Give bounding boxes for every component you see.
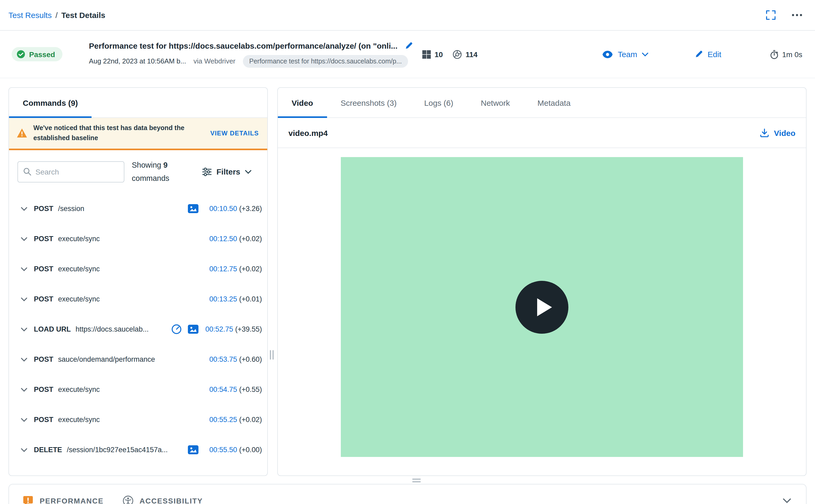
command-delta: (+39.55): [235, 326, 262, 333]
test-title: Performance test for https://docs.saucel…: [89, 41, 397, 50]
chevron-down-icon[interactable]: [21, 237, 28, 241]
chevron-down-icon[interactable]: [21, 327, 28, 332]
chevron-down-icon[interactable]: [21, 267, 28, 271]
eye-icon: [603, 51, 613, 58]
accessibility-icon: [122, 496, 133, 504]
command-method: POST: [34, 205, 53, 213]
tab-logs-6[interactable]: Logs (6): [411, 88, 467, 117]
tab-video[interactable]: Video: [278, 88, 327, 117]
video-file-name: video.mp4: [288, 128, 327, 137]
command-row[interactable]: DELETE /session/1bc927ee15ac4157a... 00:…: [9, 435, 267, 465]
showing-count: Showing 9 commands: [132, 158, 169, 185]
filters-button[interactable]: Filters: [202, 167, 251, 176]
accessibility-section-button[interactable]: ACCESSIBILITY: [122, 496, 203, 504]
detail-tabs: Video Screenshots (3) Logs (6) Network M…: [278, 88, 806, 118]
chevron-down-icon[interactable]: [21, 207, 28, 211]
tab-label: Network: [481, 98, 510, 107]
command-row[interactable]: LOAD URL https://docs.saucelab... 00:52.…: [9, 314, 267, 345]
tab-label: Metadata: [538, 98, 571, 107]
performance-section-button[interactable]: PERFORMANCE: [23, 496, 103, 504]
command-row[interactable]: POST sauce/ondemand/performance 00:53.75…: [9, 345, 267, 375]
bottom-resize-handle[interactable]: [412, 479, 421, 482]
screenshot-icon[interactable]: [188, 446, 198, 455]
view-details-link[interactable]: VIEW DETAILS: [210, 130, 259, 137]
performance-label: PERFORMANCE: [40, 497, 103, 504]
command-row[interactable]: POST execute/sync 00:12.50 (+0.02): [9, 224, 267, 254]
page: Test Results / Test Details Passed Perfo…: [0, 0, 815, 504]
commands-tabbar: Commands (9): [9, 88, 267, 118]
test-date: Aug 22nd, 2023 at 10:56AM b...: [89, 57, 186, 65]
showing-suffix: commands: [132, 174, 169, 182]
command-path: sauce/ondemand/performance: [58, 356, 155, 364]
search-box[interactable]: [17, 161, 124, 182]
chevron-down-icon[interactable]: [21, 358, 28, 362]
command-path: /session: [58, 205, 84, 213]
command-timestamp: 00:53.75 (+0.60): [205, 356, 262, 364]
tab-label: Logs (6): [424, 98, 453, 107]
command-time: 00:52.75: [205, 326, 233, 333]
environment-group: 10 114: [422, 49, 477, 59]
warning-text: We've noticed that this test has data be…: [33, 123, 208, 143]
command-timestamp: 00:12.75 (+0.02): [205, 265, 262, 273]
screenshot-icon[interactable]: [188, 325, 198, 334]
tab-network[interactable]: Network: [467, 88, 524, 117]
panel-resize-handle[interactable]: [270, 350, 273, 360]
pencil-icon: [695, 50, 703, 58]
command-row[interactable]: POST execute/sync 00:54.75 (+0.55): [9, 375, 267, 405]
collapse-chevron-icon[interactable]: [783, 498, 791, 503]
command-delta: (+0.02): [239, 235, 262, 243]
command-row[interactable]: POST execute/sync 00:12.75 (+0.02): [9, 254, 267, 284]
browser-version-label: 114: [466, 50, 477, 58]
video-player[interactable]: [341, 157, 743, 457]
command-time: 00:54.75: [209, 386, 237, 394]
play-button[interactable]: [516, 281, 568, 333]
warning-triangle-icon: [17, 129, 27, 138]
download-video-button[interactable]: Video: [760, 128, 795, 137]
command-path: https://docs.saucelab...: [76, 326, 149, 333]
download-label: Video: [774, 128, 795, 137]
breadcrumb-separator: /: [55, 11, 57, 20]
command-row[interactable]: POST /session 00:10.50 (+3.26): [9, 194, 267, 224]
tab-screenshots-3[interactable]: Screenshots (3): [327, 88, 411, 117]
command-method: POST: [34, 265, 53, 273]
command-timestamp: 00:10.50 (+3.26): [205, 205, 262, 213]
command-delta: (+3.26): [239, 205, 262, 213]
chevron-down-icon[interactable]: [21, 388, 28, 392]
chevron-down-icon[interactable]: [21, 297, 28, 301]
command-path: execute/sync: [58, 235, 100, 243]
command-row[interactable]: POST execute/sync 00:55.25 (+0.02): [9, 405, 267, 435]
edit-title-pencil-icon[interactable]: [405, 42, 413, 49]
command-method: LOAD URL: [34, 326, 71, 333]
command-row[interactable]: POST execute/sync 00:13.25 (+0.01): [9, 284, 267, 314]
fullscreen-icon[interactable]: [766, 10, 776, 20]
detail-panel: Video Screenshots (3) Logs (6) Network M…: [277, 87, 807, 476]
command-time: 00:12.75: [209, 265, 237, 273]
chevron-down-icon[interactable]: [21, 448, 28, 452]
command-delta: (+0.02): [239, 265, 262, 273]
os-version: 10: [422, 50, 443, 58]
browser-version: 114: [452, 49, 477, 59]
duration-label: 1m 0s: [782, 50, 802, 58]
commands-toolbar: Showing 9 commands Filters: [9, 150, 267, 193]
team-visibility-button[interactable]: Team: [603, 50, 648, 59]
breadcrumb: Test Results / Test Details: [8, 11, 105, 20]
performance-alert-icon: [23, 496, 33, 504]
command-method: DELETE: [34, 446, 62, 454]
command-list: POST /session 00:10.50 (+3.26) POST exec…: [9, 193, 267, 476]
performance-gauge-icon[interactable]: [171, 324, 181, 335]
more-options-icon[interactable]: [792, 14, 802, 16]
chevron-down-icon: [642, 52, 648, 56]
filters-label: Filters: [216, 167, 240, 176]
showing-number: 9: [163, 161, 167, 169]
command-method: POST: [34, 295, 53, 303]
command-delta: (+0.01): [239, 295, 262, 303]
breadcrumb-test-results-link[interactable]: Test Results: [8, 11, 52, 20]
command-path: execute/sync: [58, 416, 100, 424]
chevron-down-icon[interactable]: [21, 418, 28, 422]
screenshot-icon[interactable]: [188, 204, 198, 213]
tab-label: Commands (9): [23, 98, 78, 107]
search-input[interactable]: [35, 168, 118, 176]
tab-commands[interactable]: Commands (9): [9, 88, 92, 117]
edit-button[interactable]: Edit: [695, 50, 721, 59]
tab-metadata[interactable]: Metadata: [524, 88, 584, 117]
